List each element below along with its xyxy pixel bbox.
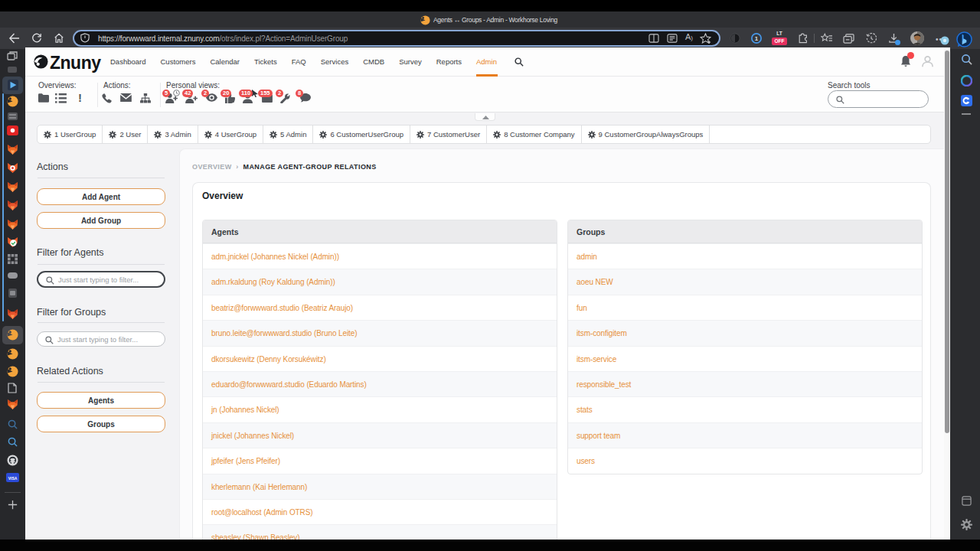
svg-text:1: 1 [755, 35, 759, 42]
svg-text:VISA: VISA [8, 476, 18, 481]
